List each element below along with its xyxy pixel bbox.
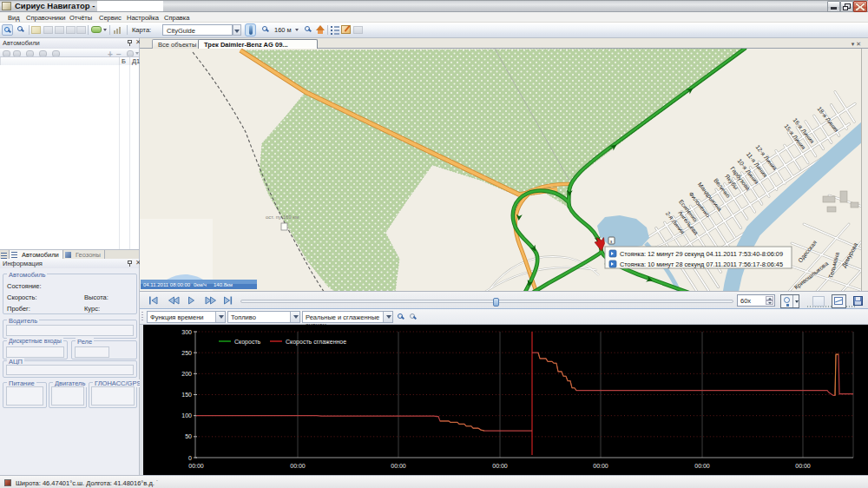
svg-text:250: 250: [181, 350, 192, 356]
svg-text:00:00: 00:00: [290, 463, 306, 469]
svg-text:Скорость сглаженное: Скорость сглаженное: [286, 339, 346, 346]
svg-text:150: 150: [181, 392, 192, 398]
svg-text:50: 50: [185, 433, 192, 439]
svg-text:Стоянка: 12 минут 29 секунд 04: Стоянка: 12 минут 29 секунд 04.11.2011 7…: [620, 250, 783, 258]
svg-text:00:00: 00:00: [492, 463, 508, 469]
svg-text:300: 300: [181, 329, 192, 335]
svg-text:ост. пу 169 км: ост. пу 169 км: [266, 214, 299, 220]
svg-text:0км/ч: 0км/ч: [194, 282, 207, 287]
svg-text:00:00: 00:00: [188, 463, 204, 469]
svg-text:00:00: 00:00: [593, 463, 608, 469]
svg-text:200: 200: [181, 371, 192, 377]
svg-text:0: 0: [188, 455, 192, 461]
svg-text:Скорость: Скорость: [234, 339, 261, 346]
svg-text:00:00: 00:00: [391, 463, 406, 469]
svg-text:140.8км: 140.8км: [214, 282, 233, 287]
svg-text:00:00: 00:00: [795, 463, 811, 469]
svg-text:04.11.2011 08:00:00: 04.11.2011 08:00:00: [143, 282, 191, 287]
svg-text:з: з: [610, 239, 613, 244]
svg-text:00:00: 00:00: [694, 463, 710, 469]
svg-text:100: 100: [181, 412, 192, 419]
svg-text:Стоянка: 10 минут 28 секунд 07: Стоянка: 10 минут 28 секунд 07.11.2011 7…: [620, 260, 783, 268]
